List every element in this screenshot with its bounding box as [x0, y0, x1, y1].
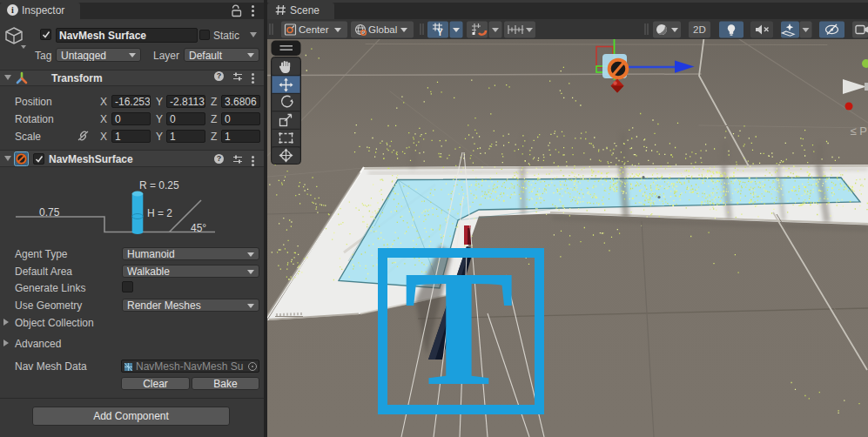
svg-text:Center: Center [299, 24, 329, 35]
svg-text:0.75: 0.75 [39, 206, 60, 218]
svg-text:Global: Global [368, 24, 397, 35]
svg-text:R = 0.25: R = 0.25 [139, 179, 179, 192]
svg-text:2D: 2D [693, 24, 706, 35]
svg-text:≤ P: ≤ P [851, 124, 867, 138]
svg-text:T: T [404, 237, 515, 420]
svg-text:Y: Y [437, 28, 443, 37]
svg-text:H = 2: H = 2 [147, 207, 172, 219]
svg-text:45°: 45° [191, 222, 206, 234]
